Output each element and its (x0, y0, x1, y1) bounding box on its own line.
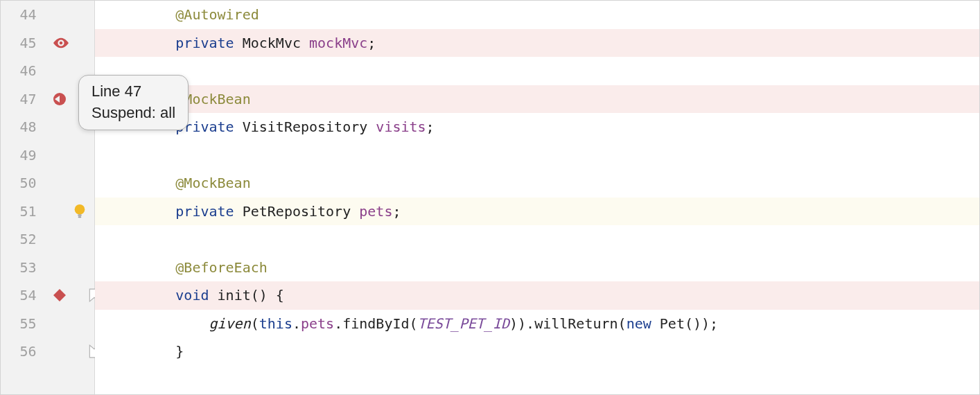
gutter-row[interactable]: 45 (1, 29, 94, 58)
code-token: @MockBean (175, 169, 250, 198)
code-token: ( (618, 310, 627, 338)
code-token: init (218, 281, 251, 310)
gutter-icon-area (42, 289, 94, 301)
code-line[interactable]: } (95, 337, 979, 366)
code-area[interactable]: @Autowired private MockMvc mockMvc; @Moc… (95, 1, 979, 394)
code-token: Pet (660, 310, 685, 338)
code-line[interactable]: @MockBean (95, 169, 979, 198)
code-token: ; (426, 113, 435, 141)
code-token: pets (359, 198, 392, 226)
code-token: ; (367, 29, 376, 58)
gutter-icon-area (42, 37, 94, 49)
code-token: @BeforeEach (175, 254, 267, 282)
breakpoint-icon[interactable] (53, 93, 66, 105)
line-number[interactable]: 53 (1, 259, 42, 276)
gutter: 44454647484950515253545556 (1, 1, 95, 394)
code-token (109, 281, 175, 310)
code-token (234, 113, 243, 141)
code-editor: 44454647484950515253545556 @Autowired pr… (1, 1, 979, 394)
code-token: @Autowired (175, 1, 259, 29)
code-line[interactable]: @BeforeEach (95, 254, 979, 282)
code-token: pets (301, 310, 334, 338)
code-token: ; (392, 198, 401, 226)
method-breakpoint-icon[interactable] (53, 289, 66, 301)
line-number[interactable]: 55 (1, 315, 42, 332)
code-token (351, 198, 359, 226)
code-token: visits (376, 113, 426, 141)
code-token: () { (251, 281, 284, 310)
code-token: new (627, 310, 651, 338)
code-line[interactable] (95, 141, 979, 170)
gutter-row[interactable]: 53 (1, 254, 94, 282)
code-token: PetRepository (243, 198, 351, 226)
code-token: void (175, 281, 209, 310)
gutter-row[interactable]: 54 (1, 281, 94, 310)
tooltip-line-text: Line 47 (91, 81, 175, 103)
code-token: TEST_PET_ID (418, 310, 509, 338)
code-line[interactable]: @Autowired (95, 1, 979, 29)
code-token: findById (342, 310, 409, 338)
code-token: given (209, 310, 251, 338)
code-token (209, 281, 218, 310)
code-token: )). (509, 310, 534, 338)
code-token (109, 1, 175, 29)
code-token: willReturn (534, 310, 618, 338)
code-token (109, 169, 175, 198)
code-line[interactable]: private PetRepository pets; (95, 198, 979, 226)
code-line[interactable]: void init() { (95, 281, 979, 310)
code-token (109, 198, 175, 226)
code-token: . (334, 310, 342, 338)
gutter-row[interactable]: 55 (1, 310, 94, 338)
code-token: VisitRepository (243, 113, 368, 141)
code-line[interactable] (95, 57, 979, 85)
line-number[interactable]: 49 (1, 147, 42, 164)
line-number[interactable]: 52 (1, 231, 42, 247)
code-token: } (109, 337, 184, 366)
line-number[interactable]: 51 (1, 203, 42, 220)
code-token: this (259, 310, 292, 338)
code-token (109, 254, 175, 282)
line-number[interactable]: 48 (1, 119, 42, 135)
gutter-row[interactable]: 51 (1, 198, 94, 226)
code-line[interactable]: private MockMvc mockMvc; (95, 29, 979, 58)
watch-eye-icon[interactable] (53, 37, 69, 49)
code-token (367, 113, 376, 141)
code-line[interactable]: @MockBean (95, 85, 979, 114)
breakpoint-tooltip: Line 47 Suspend: all (78, 75, 189, 130)
tooltip-suspend-text: Suspend: all (91, 103, 175, 124)
gutter-row[interactable]: 50 (1, 169, 94, 198)
svg-point-0 (59, 41, 62, 44)
gutter-row[interactable]: 56 (1, 337, 94, 366)
line-number[interactable]: 46 (1, 62, 42, 79)
gutter-icon-area (42, 204, 94, 219)
line-number[interactable]: 50 (1, 175, 42, 191)
code-token: . (292, 310, 301, 338)
code-token: private (175, 29, 234, 58)
line-number[interactable]: 56 (1, 343, 42, 360)
gutter-row[interactable]: 49 (1, 141, 94, 170)
code-token (109, 310, 209, 338)
code-token (651, 310, 660, 338)
line-number[interactable]: 44 (1, 6, 42, 23)
svg-rect-4 (78, 216, 81, 218)
code-token: MockMvc (243, 29, 301, 58)
code-token (301, 29, 309, 58)
code-token: ( (251, 310, 259, 338)
code-line[interactable]: given(this.pets.findById(TEST_PET_ID)).w… (95, 310, 979, 338)
gutter-row[interactable]: 44 (1, 1, 94, 29)
code-token: ( (410, 310, 418, 338)
svg-rect-3 (78, 214, 82, 216)
gutter-row[interactable]: 52 (1, 225, 94, 254)
code-token (234, 29, 243, 58)
code-token: mockMvc (309, 29, 367, 58)
code-token: private (175, 198, 234, 226)
intention-lightbulb-icon[interactable] (73, 204, 87, 219)
line-number[interactable]: 54 (1, 287, 42, 304)
line-number[interactable]: 45 (1, 35, 42, 51)
code-line[interactable] (95, 225, 979, 254)
code-line[interactable]: private VisitRepository visits; (95, 113, 979, 141)
code-token (109, 29, 175, 58)
line-number[interactable]: 47 (1, 91, 42, 107)
svg-point-2 (74, 204, 85, 215)
code-token (234, 198, 243, 226)
